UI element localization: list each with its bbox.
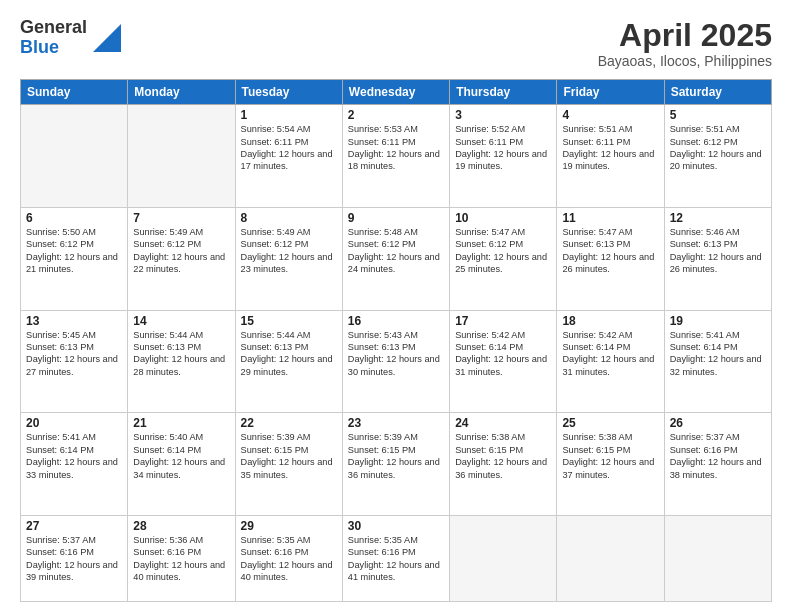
day-info: Sunrise: 5:35 AM Sunset: 6:16 PM Dayligh… (241, 534, 337, 584)
week-row-4: 20Sunrise: 5:41 AM Sunset: 6:14 PM Dayli… (21, 413, 772, 516)
svg-marker-0 (93, 24, 121, 52)
day-info: Sunrise: 5:35 AM Sunset: 6:16 PM Dayligh… (348, 534, 444, 584)
day-number: 18 (562, 314, 658, 328)
day-cell: 4Sunrise: 5:51 AM Sunset: 6:11 PM Daylig… (557, 105, 664, 208)
week-row-1: 1Sunrise: 5:54 AM Sunset: 6:11 PM Daylig… (21, 105, 772, 208)
day-number: 24 (455, 416, 551, 430)
day-number: 30 (348, 519, 444, 533)
day-number: 11 (562, 211, 658, 225)
day-cell: 26Sunrise: 5:37 AM Sunset: 6:16 PM Dayli… (664, 413, 771, 516)
day-cell: 10Sunrise: 5:47 AM Sunset: 6:12 PM Dayli… (450, 207, 557, 310)
day-info: Sunrise: 5:41 AM Sunset: 6:14 PM Dayligh… (670, 329, 766, 379)
day-cell: 22Sunrise: 5:39 AM Sunset: 6:15 PM Dayli… (235, 413, 342, 516)
day-cell: 11Sunrise: 5:47 AM Sunset: 6:13 PM Dayli… (557, 207, 664, 310)
day-number: 13 (26, 314, 122, 328)
week-row-3: 13Sunrise: 5:45 AM Sunset: 6:13 PM Dayli… (21, 310, 772, 413)
day-cell: 28Sunrise: 5:36 AM Sunset: 6:16 PM Dayli… (128, 516, 235, 602)
day-info: Sunrise: 5:45 AM Sunset: 6:13 PM Dayligh… (26, 329, 122, 379)
day-cell: 15Sunrise: 5:44 AM Sunset: 6:13 PM Dayli… (235, 310, 342, 413)
day-cell: 29Sunrise: 5:35 AM Sunset: 6:16 PM Dayli… (235, 516, 342, 602)
logo: General Blue (20, 18, 121, 58)
day-cell: 13Sunrise: 5:45 AM Sunset: 6:13 PM Dayli… (21, 310, 128, 413)
day-cell: 30Sunrise: 5:35 AM Sunset: 6:16 PM Dayli… (342, 516, 449, 602)
day-cell: 12Sunrise: 5:46 AM Sunset: 6:13 PM Dayli… (664, 207, 771, 310)
day-cell: 5Sunrise: 5:51 AM Sunset: 6:12 PM Daylig… (664, 105, 771, 208)
day-info: Sunrise: 5:44 AM Sunset: 6:13 PM Dayligh… (133, 329, 229, 379)
day-number: 2 (348, 108, 444, 122)
weekday-header-row: Sunday Monday Tuesday Wednesday Thursday… (21, 80, 772, 105)
day-cell: 6Sunrise: 5:50 AM Sunset: 6:12 PM Daylig… (21, 207, 128, 310)
day-cell: 27Sunrise: 5:37 AM Sunset: 6:16 PM Dayli… (21, 516, 128, 602)
day-cell (450, 516, 557, 602)
day-info: Sunrise: 5:39 AM Sunset: 6:15 PM Dayligh… (348, 431, 444, 481)
day-number: 7 (133, 211, 229, 225)
subtitle: Bayaoas, Ilocos, Philippines (598, 53, 772, 69)
day-number: 22 (241, 416, 337, 430)
day-info: Sunrise: 5:51 AM Sunset: 6:11 PM Dayligh… (562, 123, 658, 173)
day-cell (128, 105, 235, 208)
day-cell: 7Sunrise: 5:49 AM Sunset: 6:12 PM Daylig… (128, 207, 235, 310)
day-info: Sunrise: 5:44 AM Sunset: 6:13 PM Dayligh… (241, 329, 337, 379)
day-info: Sunrise: 5:39 AM Sunset: 6:15 PM Dayligh… (241, 431, 337, 481)
week-row-5: 27Sunrise: 5:37 AM Sunset: 6:16 PM Dayli… (21, 516, 772, 602)
day-number: 20 (26, 416, 122, 430)
day-number: 17 (455, 314, 551, 328)
day-cell: 23Sunrise: 5:39 AM Sunset: 6:15 PM Dayli… (342, 413, 449, 516)
day-number: 25 (562, 416, 658, 430)
day-cell: 19Sunrise: 5:41 AM Sunset: 6:14 PM Dayli… (664, 310, 771, 413)
header-wednesday: Wednesday (342, 80, 449, 105)
day-number: 12 (670, 211, 766, 225)
day-number: 4 (562, 108, 658, 122)
day-number: 19 (670, 314, 766, 328)
header-sunday: Sunday (21, 80, 128, 105)
day-info: Sunrise: 5:42 AM Sunset: 6:14 PM Dayligh… (562, 329, 658, 379)
day-cell: 2Sunrise: 5:53 AM Sunset: 6:11 PM Daylig… (342, 105, 449, 208)
day-info: Sunrise: 5:53 AM Sunset: 6:11 PM Dayligh… (348, 123, 444, 173)
logo-text: General Blue (20, 18, 87, 58)
logo-blue: Blue (20, 38, 87, 58)
day-info: Sunrise: 5:38 AM Sunset: 6:15 PM Dayligh… (455, 431, 551, 481)
day-cell: 14Sunrise: 5:44 AM Sunset: 6:13 PM Dayli… (128, 310, 235, 413)
header: General Blue April 2025 Bayaoas, Ilocos,… (20, 18, 772, 69)
day-number: 23 (348, 416, 444, 430)
day-info: Sunrise: 5:49 AM Sunset: 6:12 PM Dayligh… (241, 226, 337, 276)
month-title: April 2025 (598, 18, 772, 53)
page: General Blue April 2025 Bayaoas, Ilocos,… (0, 0, 792, 612)
day-number: 15 (241, 314, 337, 328)
day-info: Sunrise: 5:47 AM Sunset: 6:13 PM Dayligh… (562, 226, 658, 276)
logo-triangle-icon (93, 24, 121, 52)
day-cell: 21Sunrise: 5:40 AM Sunset: 6:14 PM Dayli… (128, 413, 235, 516)
day-cell: 1Sunrise: 5:54 AM Sunset: 6:11 PM Daylig… (235, 105, 342, 208)
day-number: 10 (455, 211, 551, 225)
day-info: Sunrise: 5:54 AM Sunset: 6:11 PM Dayligh… (241, 123, 337, 173)
day-cell (557, 516, 664, 602)
day-info: Sunrise: 5:50 AM Sunset: 6:12 PM Dayligh… (26, 226, 122, 276)
day-number: 8 (241, 211, 337, 225)
day-number: 6 (26, 211, 122, 225)
day-info: Sunrise: 5:49 AM Sunset: 6:12 PM Dayligh… (133, 226, 229, 276)
header-monday: Monday (128, 80, 235, 105)
day-info: Sunrise: 5:43 AM Sunset: 6:13 PM Dayligh… (348, 329, 444, 379)
header-tuesday: Tuesday (235, 80, 342, 105)
day-number: 5 (670, 108, 766, 122)
logo-general: General (20, 18, 87, 38)
day-cell: 8Sunrise: 5:49 AM Sunset: 6:12 PM Daylig… (235, 207, 342, 310)
header-friday: Friday (557, 80, 664, 105)
day-info: Sunrise: 5:38 AM Sunset: 6:15 PM Dayligh… (562, 431, 658, 481)
day-cell (664, 516, 771, 602)
header-saturday: Saturday (664, 80, 771, 105)
day-cell: 9Sunrise: 5:48 AM Sunset: 6:12 PM Daylig… (342, 207, 449, 310)
day-cell: 16Sunrise: 5:43 AM Sunset: 6:13 PM Dayli… (342, 310, 449, 413)
day-number: 9 (348, 211, 444, 225)
day-cell: 3Sunrise: 5:52 AM Sunset: 6:11 PM Daylig… (450, 105, 557, 208)
day-number: 14 (133, 314, 229, 328)
day-number: 27 (26, 519, 122, 533)
day-info: Sunrise: 5:42 AM Sunset: 6:14 PM Dayligh… (455, 329, 551, 379)
day-cell: 25Sunrise: 5:38 AM Sunset: 6:15 PM Dayli… (557, 413, 664, 516)
day-info: Sunrise: 5:51 AM Sunset: 6:12 PM Dayligh… (670, 123, 766, 173)
day-number: 29 (241, 519, 337, 533)
day-info: Sunrise: 5:48 AM Sunset: 6:12 PM Dayligh… (348, 226, 444, 276)
header-thursday: Thursday (450, 80, 557, 105)
day-cell (21, 105, 128, 208)
day-info: Sunrise: 5:47 AM Sunset: 6:12 PM Dayligh… (455, 226, 551, 276)
